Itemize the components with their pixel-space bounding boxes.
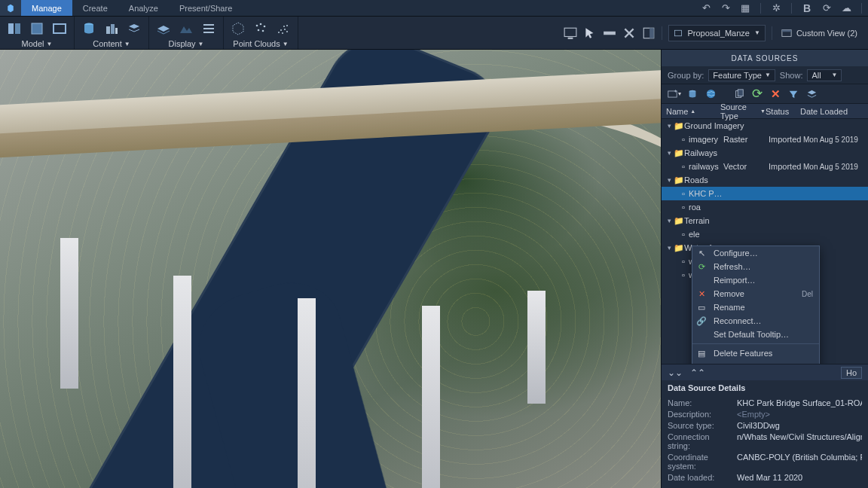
display-list-icon[interactable] (200, 20, 217, 37)
svg-point-15 (262, 29, 264, 32)
ribbon-group-model: Model▼ (0, 17, 75, 49)
panel-icon[interactable] (642, 26, 656, 40)
tree-item-roa[interactable]: ▫roa (662, 200, 868, 214)
db-icon[interactable] (686, 87, 699, 101)
data-sources-panel: DATA SOURCES Group by: Feature Type▼ Sho… (661, 50, 868, 488)
add-source-icon[interactable]: ▾ (668, 87, 681, 101)
ctx-select-features[interactable]: ▥Select Features (692, 360, 819, 364)
display-layers-icon[interactable] (155, 20, 172, 37)
svg-rect-8 (203, 24, 214, 26)
svg-rect-1 (15, 23, 20, 34)
app-logo[interactable] (0, 0, 21, 16)
tree-item-khc-roads[interactable]: ▫KHC P… (662, 187, 868, 200)
filter-icon[interactable] (787, 87, 800, 101)
select-arrow-icon[interactable] (583, 26, 597, 40)
group-by-dropdown[interactable]: Feature Type▼ (708, 69, 775, 81)
tab-present-share[interactable]: Present/Share (169, 0, 243, 16)
viewport-3d[interactable] (0, 50, 661, 488)
ctx-reimport[interactable]: Reimport… (692, 273, 819, 287)
svg-rect-23 (565, 28, 577, 36)
detail-val-date-loaded: Wed Mar 11 2020 (737, 473, 862, 482)
select-features-icon: ▥ (695, 362, 708, 364)
tree-group-roads[interactable]: ▾📁Roads (662, 173, 868, 187)
cursor-icon: ↖ (695, 249, 708, 258)
copy-icon[interactable] (732, 87, 746, 101)
svg-rect-27 (650, 28, 655, 38)
ribbon-label-content[interactable]: Content▼ (93, 38, 130, 49)
globe-icon[interactable] (704, 87, 717, 101)
pc-scatter-icon[interactable] (275, 20, 292, 37)
svg-rect-25 (604, 31, 616, 35)
ribbon-label-pointclouds[interactable]: Point Clouds▼ (233, 38, 288, 49)
show-dropdown[interactable]: All▼ (807, 69, 842, 81)
tree-group-terrain[interactable]: ▾📁Terrain (662, 214, 868, 227)
grid-icon[interactable]: ▦ (739, 2, 751, 14)
separator (861, 3, 862, 14)
tree-group-railways[interactable]: ▾📁Railways (662, 146, 868, 160)
ctx-set-default-tooltip[interactable]: Set Default Tooltip… (692, 328, 819, 341)
layers-tool-icon[interactable] (805, 87, 818, 101)
content-layers-icon[interactable] (126, 20, 142, 37)
proposal-dropdown-label: Proposal_Manze (687, 29, 750, 38)
pc-dots-icon[interactable] (252, 20, 269, 37)
ribbon: Model▼ Content▼ Display▼ Poin (0, 17, 868, 50)
tree-group-ground-imagery[interactable]: ▾📁Ground Imagery (662, 119, 868, 133)
panel-title: DATA SOURCES (662, 50, 868, 66)
menubar-right: ↶ ↷ ▦ ✲ B ⟳ ☁ (700, 0, 868, 16)
ctx-delete-features[interactable]: ▤Delete Features (692, 346, 819, 360)
ribbon-group-content: Content▼ (75, 17, 149, 49)
delete-icon[interactable]: ✕ (769, 87, 782, 101)
detail-key-source-type: Source type: (668, 421, 732, 430)
content-buildings-icon[interactable] (103, 20, 120, 37)
custom-view-label: Custom View (2) (796, 29, 857, 38)
tools-cross-icon[interactable] (622, 26, 636, 40)
bold-b-icon[interactable]: B (801, 2, 813, 14)
settings-icon[interactable]: ✲ (770, 2, 782, 14)
svg-rect-9 (203, 28, 214, 29)
tree-header: Name▲ Source Type▼ Status Date Loaded (662, 104, 868, 119)
ctx-remove[interactable]: ✕RemoveDel (692, 287, 819, 300)
level-icon[interactable] (603, 26, 616, 40)
pc-cube-icon[interactable] (230, 20, 246, 37)
collapse-down-icon[interactable]: ⌄⌄ (668, 368, 683, 378)
model-icon-3[interactable] (51, 20, 68, 37)
ctx-configure[interactable]: ↖Configure… (692, 246, 819, 260)
svg-point-14 (258, 29, 260, 31)
svg-rect-3 (53, 24, 66, 33)
svg-rect-2 (32, 23, 42, 34)
undo-icon[interactable]: ↶ (700, 2, 712, 14)
content-db-icon[interactable] (81, 20, 97, 37)
svg-rect-7 (115, 28, 118, 34)
display-mode-icon[interactable] (564, 26, 577, 40)
separator (662, 26, 662, 40)
model-icon-2[interactable] (29, 20, 45, 37)
expand-up-icon[interactable]: ⌃⌃ (690, 368, 705, 378)
tab-analyze[interactable]: Analyze (118, 0, 169, 16)
tree-item-imagery[interactable]: ▫imagery Raster Imported Mon Aug 5 2019 (662, 133, 868, 146)
svg-point-22 (286, 25, 288, 26)
svg-rect-24 (568, 37, 573, 38)
refresh-icon[interactable]: ⟳ (750, 87, 764, 101)
sync-icon[interactable]: ⟳ (821, 2, 833, 14)
tree-item-ele[interactable]: ▫ele (662, 227, 868, 241)
ctx-reconnect[interactable]: 🔗Reconnect… (692, 314, 819, 328)
data-sources-tree[interactable]: ▾📁Ground Imagery ▫imagery Raster Importe… (662, 119, 868, 364)
svg-point-33 (706, 90, 714, 98)
model-icon-1[interactable] (6, 20, 23, 37)
tab-create[interactable]: Create (72, 0, 118, 16)
ho-button[interactable]: Ho (841, 367, 862, 379)
ribbon-label-model[interactable]: Model▼ (22, 38, 53, 49)
show-label: Show: (780, 71, 803, 80)
ctx-refresh[interactable]: ⟳Refresh… (692, 260, 819, 273)
display-terrain-icon[interactable] (178, 20, 194, 37)
tree-item-railways[interactable]: ▫railways Vector Imported Mon Aug 5 2019 (662, 160, 868, 173)
cloud-icon[interactable]: ☁ (840, 2, 852, 14)
tab-manage[interactable]: Manage (21, 0, 72, 16)
redo-icon[interactable]: ↷ (720, 2, 732, 14)
ctx-rename[interactable]: ▭Rename (692, 300, 819, 314)
ribbon-label-display[interactable]: Display▼ (169, 38, 204, 49)
svg-rect-0 (8, 23, 14, 34)
proposal-dropdown[interactable]: Proposal_Manze ▼ (668, 25, 765, 41)
custom-view-dropdown[interactable]: Custom View (2) (778, 26, 860, 40)
svg-point-21 (283, 26, 285, 27)
